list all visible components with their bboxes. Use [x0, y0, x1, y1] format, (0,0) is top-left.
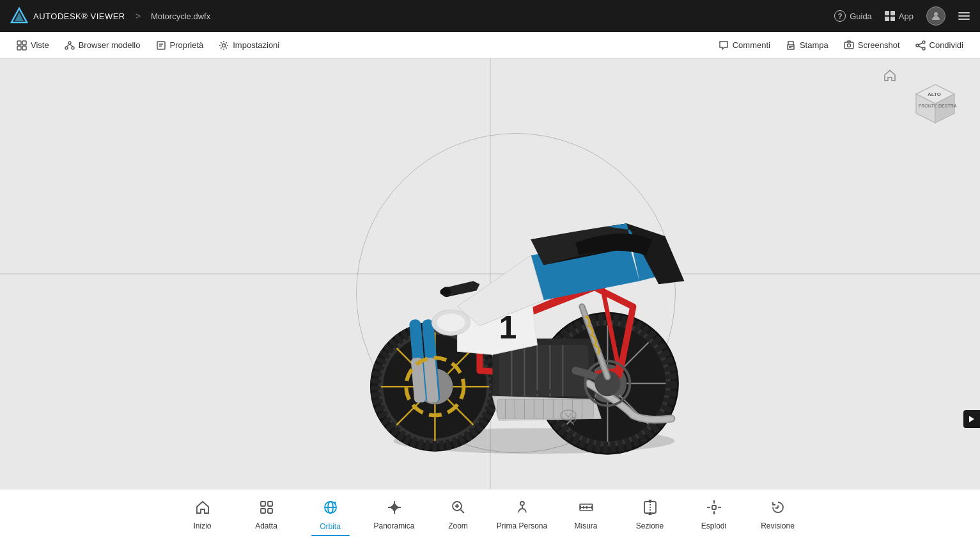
- top-navigation: AUTODESK® VIEWER > Motorcycle.dwfx ? Gui…: [0, 0, 980, 32]
- svg-text:DESTRA: DESTRA: [938, 104, 957, 108]
- adatta-tool[interactable]: Adatta: [235, 493, 299, 537]
- viste-button[interactable]: Viste: [10, 37, 56, 54]
- svg-point-7: [68, 42, 71, 44]
- home-icon: [883, 68, 897, 83]
- toolbar-right-group: Commenti Stampa Screenshot: [712, 37, 970, 54]
- misura-tool[interactable]: Misura: [554, 493, 618, 537]
- svg-rect-69: [440, 289, 450, 295]
- orbita-tool[interactable]: Orbita: [299, 493, 362, 537]
- motorcycle-svg: 1: [352, 127, 716, 460]
- svg-point-104: [393, 505, 396, 509]
- zoom-label: Zoom: [448, 521, 468, 530]
- svg-rect-98: [268, 502, 272, 506]
- impostazioni-icon: [219, 40, 229, 51]
- sezione-tool[interactable]: Sezione: [618, 493, 682, 537]
- prima-persona-tool[interactable]: Prima Persona: [490, 493, 554, 537]
- commenti-icon: [719, 40, 729, 51]
- svg-point-9: [72, 47, 74, 49]
- svg-point-2: [934, 12, 938, 16]
- autodesk-logo-icon: [10, 7, 28, 25]
- home-view-button[interactable]: [883, 68, 897, 86]
- zoom-tool[interactable]: Zoom: [426, 493, 490, 537]
- svg-marker-96: [969, 416, 974, 422]
- file-name: Motorcycle.dwfx: [151, 12, 210, 21]
- impostazioni-label: Impostazioni: [233, 40, 279, 50]
- revisione-label: Revisione: [761, 521, 795, 530]
- 3d-viewport[interactable]: 1: [0, 59, 980, 489]
- panoramica-tool[interactable]: Panoramica: [362, 493, 426, 537]
- svg-line-106: [460, 509, 464, 513]
- viste-icon: [17, 40, 27, 51]
- condividi-icon: [915, 40, 926, 51]
- impostazioni-button[interactable]: Impostazioni: [212, 37, 286, 54]
- measure-icon: [579, 500, 594, 515]
- svg-point-109: [520, 502, 524, 505]
- inizio-tool[interactable]: Inizio: [171, 493, 235, 537]
- orbita-icon: [322, 499, 339, 518]
- inizio-icon: [195, 500, 210, 518]
- svg-point-71: [437, 314, 465, 331]
- svg-line-10: [66, 44, 70, 47]
- main-toolbar: Viste Browser modello Proprietà: [0, 32, 980, 59]
- app-label: App: [899, 12, 914, 21]
- svg-rect-99: [261, 509, 265, 513]
- browser-label: Browser modello: [79, 40, 141, 50]
- viewcube[interactable]: ALTO FRONTE DESTRA: [903, 72, 961, 129]
- svg-point-19: [793, 45, 794, 47]
- app-brand: AUTODESK® VIEWER: [33, 12, 125, 21]
- toolbar-left-group: Viste Browser modello Proprietà: [10, 37, 286, 54]
- stampa-icon: [786, 40, 796, 51]
- explode-icon: [706, 500, 722, 515]
- proprieta-button[interactable]: Proprietà: [150, 37, 210, 54]
- app-button[interactable]: App: [885, 11, 914, 21]
- feedback-icon: [968, 415, 976, 423]
- avatar-icon: [931, 11, 941, 21]
- feedback-button[interactable]: [963, 410, 980, 428]
- screenshot-button[interactable]: Screenshot: [837, 37, 906, 54]
- svg-rect-5: [17, 46, 21, 50]
- svg-text:FRONTE: FRONTE: [919, 104, 937, 108]
- section-icon: [642, 500, 658, 515]
- help-icon: ?: [834, 10, 846, 22]
- user-avatar[interactable]: [926, 6, 945, 26]
- screenshot-icon: [844, 40, 854, 51]
- svg-text:ALTO: ALTO: [928, 91, 941, 97]
- help-button[interactable]: ? Guida: [834, 10, 872, 22]
- adatta-icon: [259, 500, 274, 518]
- orbit-icon: [322, 499, 339, 516]
- viewcube-svg: ALTO FRONTE DESTRA: [903, 72, 961, 129]
- commenti-button[interactable]: Commenti: [712, 37, 777, 54]
- app-logo[interactable]: AUTODESK® VIEWER: [10, 7, 125, 25]
- prima-persona-icon: [515, 500, 530, 518]
- esplodi-icon: [706, 500, 722, 518]
- pan-icon: [387, 500, 402, 515]
- motorcycle-model: 1: [352, 127, 716, 460]
- hamburger-menu[interactable]: [958, 12, 970, 20]
- browser-icon: [65, 40, 75, 51]
- stampa-label: Stampa: [800, 40, 828, 50]
- inizio-label: Inizio: [193, 521, 211, 530]
- revisione-tool[interactable]: Revisione: [746, 493, 810, 537]
- svg-point-24: [922, 47, 925, 50]
- panoramica-icon: [387, 500, 402, 518]
- misura-label: Misura: [574, 521, 597, 530]
- adatta-label: Adatta: [255, 521, 277, 530]
- svg-point-22: [922, 41, 925, 44]
- misura-icon: [579, 500, 594, 518]
- screenshot-label: Screenshot: [858, 40, 900, 50]
- revision-icon: [770, 500, 786, 515]
- svg-rect-6: [22, 46, 26, 50]
- svg-rect-121: [712, 505, 716, 509]
- esplodi-tool[interactable]: Esplodi: [682, 493, 746, 537]
- svg-point-23: [916, 44, 919, 47]
- prima-persona-label: Prima Persona: [497, 521, 547, 530]
- revisione-icon: [770, 500, 786, 518]
- svg-rect-16: [788, 45, 794, 49]
- help-label: Guida: [850, 12, 872, 21]
- top-nav-right-actions: ? Guida App: [834, 6, 970, 26]
- svg-point-8: [65, 47, 68, 49]
- condividi-button[interactable]: Condividi: [909, 37, 970, 54]
- stampa-button[interactable]: Stampa: [779, 37, 835, 54]
- sezione-label: Sezione: [636, 521, 664, 530]
- browser-modello-button[interactable]: Browser modello: [58, 37, 147, 54]
